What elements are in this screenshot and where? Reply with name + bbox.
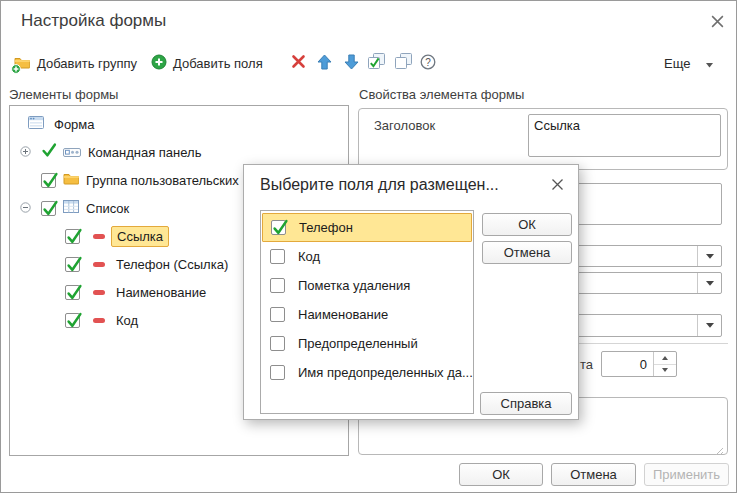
tree-item-label: Наименование bbox=[116, 285, 206, 300]
tree-item-command-panel[interactable]: Командная панель bbox=[10, 138, 348, 166]
tree-item-label: Телефон (Ссылка) bbox=[116, 257, 228, 272]
delete-icon bbox=[291, 54, 306, 72]
delete-button[interactable] bbox=[286, 51, 310, 75]
more-button[interactable]: Еще bbox=[664, 51, 713, 75]
command-panel-icon bbox=[63, 145, 81, 160]
tree-item-label: Форма bbox=[54, 117, 95, 132]
field-row-kod[interactable]: Код bbox=[261, 242, 473, 271]
folder-icon bbox=[63, 172, 79, 188]
tree-item-label: Список bbox=[86, 201, 129, 216]
add-group-label: Добавить группу bbox=[37, 56, 137, 71]
field-row-imya-predopredelennyh[interactable]: Имя предопределенных да... bbox=[261, 358, 473, 387]
move-down-button[interactable] bbox=[339, 51, 363, 75]
field-icon bbox=[93, 234, 105, 239]
tree-item-label: Командная панель bbox=[88, 145, 201, 160]
form-icon bbox=[28, 116, 44, 132]
checkbox-checked[interactable] bbox=[65, 313, 80, 328]
field-list: Телефон Код Пометка удаления Наименовани… bbox=[260, 210, 474, 414]
move-up-button[interactable] bbox=[312, 51, 336, 75]
field-label: Предопределенный bbox=[298, 336, 418, 351]
checkbox-unchecked[interactable] bbox=[270, 249, 285, 264]
copy-pages-icon bbox=[395, 53, 413, 73]
dropdown-arrow-icon[interactable] bbox=[697, 246, 721, 266]
footer-ok-button[interactable]: ОК bbox=[459, 463, 543, 486]
tree-item-label: Группа пользовательских bbox=[86, 173, 239, 188]
field-label: Код bbox=[298, 249, 320, 264]
window-close-button[interactable] bbox=[705, 11, 729, 35]
height-spinner-value[interactable]: 0 bbox=[602, 352, 652, 376]
field-row-telefon[interactable]: Телефон bbox=[262, 213, 472, 242]
field-label: Пометка удаления bbox=[298, 278, 410, 293]
field-label: Имя предопределенных да... bbox=[298, 365, 473, 380]
title-input-value: Ссылка bbox=[534, 118, 580, 133]
dialog-cancel-button[interactable]: Отмена bbox=[482, 241, 572, 264]
field-row-predopredelennyj[interactable]: Предопределенный bbox=[261, 329, 473, 358]
field-row-pometka-udaleniya[interactable]: Пометка удаления bbox=[261, 271, 473, 300]
window-title: Настройка формы bbox=[21, 11, 166, 31]
footer-apply-button[interactable]: Применить bbox=[644, 463, 729, 486]
collapse-minus-icon[interactable] bbox=[20, 201, 31, 216]
checkbox-unchecked[interactable] bbox=[270, 336, 285, 351]
field-label: Телефон bbox=[299, 220, 353, 235]
field-icon bbox=[93, 290, 105, 295]
checkbox-unchecked[interactable] bbox=[270, 278, 285, 293]
spinner-up-button[interactable] bbox=[654, 352, 676, 365]
checkbox-unchecked[interactable] bbox=[270, 307, 285, 322]
dialog-close-button[interactable] bbox=[548, 177, 566, 195]
chevron-down-icon bbox=[706, 56, 713, 71]
resize-grip[interactable] bbox=[715, 444, 724, 453]
form-settings-window: Настройка формы Добавить группу Добавить… bbox=[0, 0, 737, 493]
add-icon bbox=[151, 54, 167, 73]
title-input[interactable]: Ссылка bbox=[528, 114, 721, 157]
arrow-up-icon bbox=[317, 54, 332, 73]
checkbox-checked[interactable] bbox=[41, 173, 56, 188]
more-label: Еще bbox=[664, 56, 690, 71]
arrow-down-icon bbox=[344, 54, 359, 73]
checkbox-checked[interactable] bbox=[65, 229, 80, 244]
right-panel-header: Свойства элемента формы bbox=[359, 87, 524, 102]
title-property-label: Заголовок bbox=[374, 118, 435, 133]
check-icon[interactable] bbox=[41, 145, 56, 160]
tree-item-label-selected: Ссылка bbox=[111, 226, 169, 247]
table-icon bbox=[63, 200, 79, 216]
checkbox-checked[interactable] bbox=[65, 285, 80, 300]
dropdown-arrow-icon[interactable] bbox=[697, 273, 721, 293]
dialog-help-button[interactable]: Справка bbox=[480, 392, 572, 415]
checkbox-unchecked[interactable] bbox=[270, 365, 285, 380]
add-fields-button[interactable]: Добавить поля bbox=[151, 51, 263, 75]
dialog-ok-button[interactable]: ОК bbox=[482, 213, 572, 236]
field-icon bbox=[93, 318, 105, 323]
check-all-icon bbox=[368, 53, 386, 73]
checkbox-checked[interactable] bbox=[65, 257, 80, 272]
dialog-title: Выберите поля для размещен... bbox=[260, 176, 499, 194]
help-button[interactable]: ? bbox=[416, 51, 440, 75]
svg-text:?: ? bbox=[425, 56, 431, 67]
tree-item-label: Код bbox=[116, 313, 138, 328]
field-icon bbox=[93, 262, 105, 267]
tree-item-form[interactable]: Форма bbox=[10, 110, 348, 138]
close-icon bbox=[551, 178, 564, 194]
checkbox-checked[interactable] bbox=[41, 201, 56, 216]
add-group-button[interactable]: Добавить группу bbox=[14, 51, 137, 75]
dropdown-arrow-icon[interactable] bbox=[697, 315, 721, 336]
close-icon bbox=[710, 14, 725, 32]
help-icon: ? bbox=[420, 54, 436, 73]
uncheck-all-button[interactable] bbox=[392, 51, 416, 75]
left-panel-header: Элементы формы bbox=[9, 87, 118, 102]
folder-plus-icon bbox=[14, 55, 31, 71]
height-spinner[interactable]: 0 bbox=[601, 351, 677, 377]
expand-plus-icon[interactable] bbox=[20, 145, 31, 160]
check-all-button[interactable] bbox=[365, 51, 389, 75]
spinner-down-button[interactable] bbox=[654, 365, 676, 377]
field-select-dialog: Выберите поля для размещен... Телефон Ко… bbox=[243, 164, 579, 420]
add-fields-label: Добавить поля bbox=[173, 56, 263, 71]
footer-cancel-button[interactable]: Отмена bbox=[551, 463, 636, 486]
checkbox-checked[interactable] bbox=[271, 220, 286, 235]
field-row-naimenovanie[interactable]: Наименование bbox=[261, 300, 473, 329]
field-label: Наименование bbox=[298, 307, 388, 322]
